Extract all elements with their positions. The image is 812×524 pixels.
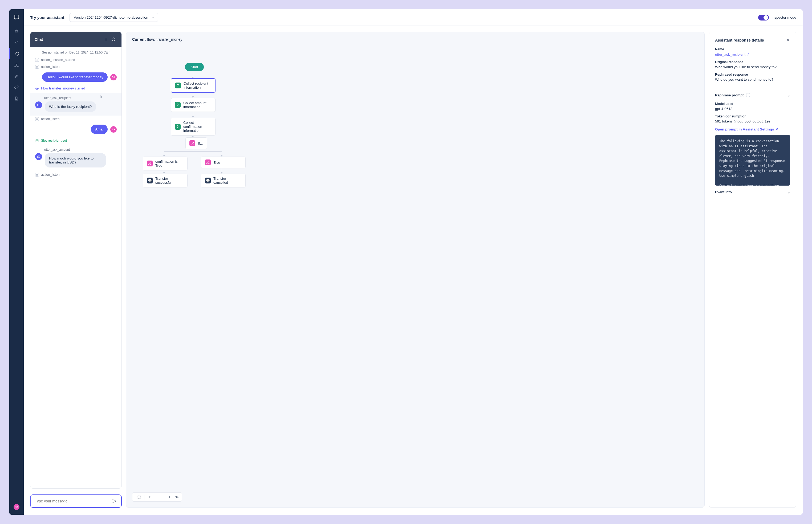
zoom-out-button[interactable]: － [157, 494, 164, 500]
app-root: KK Try your assistant Version 20241204-0… [9, 9, 803, 515]
nav-conversations-icon[interactable] [9, 82, 24, 93]
chat-text-input[interactable] [35, 499, 112, 503]
nav-analytics-icon[interactable] [9, 37, 24, 48]
event-session-started: ⟨/⟩action_session_started [30, 56, 122, 63]
branch-icon: ⎇ [147, 161, 153, 166]
main-area: Try your assistant Version 20241204-0927… [24, 9, 803, 515]
info-icon: i [746, 93, 750, 97]
slot-set-row: Slot recipient set [30, 136, 122, 145]
original-label: Original response [715, 60, 790, 64]
nav-doc-icon[interactable] [9, 93, 24, 104]
svg-point-3 [17, 31, 17, 32]
flow-canvas[interactable]: Start ?Collect recipient information ?Co… [132, 45, 699, 502]
tokens-value: 591 tokens (input: 500, output: 19) [715, 119, 790, 123]
nav-hierarchy-icon[interactable] [9, 60, 24, 70]
content-columns: Chat Session started on Dec 11, 2024, 11… [24, 26, 803, 515]
node-conf-true[interactable]: ⎇confirmation is True [143, 157, 188, 170]
svg-point-9 [106, 38, 106, 38]
event-listen-2: ◉action_listen [30, 116, 122, 122]
node-collect-amount[interactable]: ?Collect amount information [171, 98, 216, 112]
model-value: gpt-4-0613 [715, 107, 790, 111]
chat-refresh-button[interactable] [110, 36, 117, 43]
svg-point-14 [38, 105, 38, 105]
chevron-down-icon: ⌄ [787, 190, 790, 194]
svg-rect-17 [37, 156, 40, 158]
user-avatar[interactable]: KK [14, 504, 19, 510]
nav-chat-icon[interactable] [9, 48, 24, 60]
bot-avatar-icon-2 [35, 153, 42, 160]
external-link-icon: ↗ [747, 52, 750, 56]
flow-title: Current flow: transfer_money [132, 37, 699, 42]
svg-point-19 [39, 157, 39, 157]
chat-title: Chat [35, 37, 43, 42]
session-started-row: Session started on Dec 11, 2024, 11:12:5… [30, 47, 122, 56]
nav-wrench-icon[interactable] [9, 70, 24, 82]
send-icon[interactable] [112, 499, 117, 504]
user-avatar-sa: SA [110, 74, 117, 80]
rephrase-prompt-row[interactable]: Rephrase prompt i ⌄ [715, 91, 790, 99]
node-else[interactable]: ⎇Else [201, 157, 245, 168]
svg-point-8 [16, 86, 18, 87]
svg-point-2 [16, 31, 16, 32]
open-prompt-link[interactable]: Open prompt in Assistant Settings↗ [715, 127, 790, 131]
chat-header: Chat [30, 32, 122, 47]
chat-menu-button[interactable] [102, 36, 110, 43]
bot-block-recipient[interactable]: utter_ask_recipient Who is the lucky rec… [30, 93, 122, 116]
user-bubble-2: Amal [91, 125, 108, 134]
slot-icon [35, 139, 39, 143]
chevron-down-icon: ⌄ [787, 93, 790, 97]
ear-icon: ◉ [35, 117, 39, 121]
chat-body: Session started on Dec 11, 2024, 11:12:5… [30, 47, 122, 488]
tokens-label: Token consumption [715, 114, 790, 118]
node-collect-confirmation[interactable]: ?Collect confirmation information [171, 118, 216, 135]
zoom-in-button[interactable]: ＋ [146, 494, 154, 500]
user-avatar-sa-2: SA [110, 126, 117, 133]
chat-input[interactable] [30, 494, 122, 508]
response-name-link[interactable]: utter_ask_recipient↗ [715, 52, 790, 56]
flow-panel: Current flow: transfer_money Start ?Coll… [126, 32, 705, 508]
svg-point-18 [38, 157, 38, 157]
node-if[interactable]: ⎇If… [186, 137, 207, 149]
user-message-1: Hello! I would like to transfer money SA [30, 70, 122, 84]
node-start[interactable]: Start [185, 63, 204, 71]
left-sidebar: KK [9, 9, 24, 515]
svg-point-15 [39, 105, 39, 105]
chat-input-wrap [30, 489, 122, 508]
version-select[interactable]: Version 20241204-0927-dichotomic-absorpt… [69, 13, 158, 22]
node-transfer-success[interactable]: 💬Transfer successful [143, 174, 188, 187]
node-collect-recipient[interactable]: ?Collect recipient information [171, 78, 216, 93]
svg-point-11 [106, 40, 106, 41]
bot-avatar-icon [35, 101, 42, 108]
chat-panel: Chat Session started on Dec 11, 2024, 11… [30, 32, 122, 489]
rephrased-value: Who do you want to send money to? [715, 78, 790, 81]
bot-bubble-2: How much would you like to transfer, in … [45, 153, 106, 167]
message-icon: 💬 [147, 178, 153, 183]
svg-rect-1 [15, 30, 18, 33]
inspector-toggle[interactable] [758, 15, 769, 20]
nav-bot-icon[interactable] [9, 26, 24, 37]
message-icon: 💬 [205, 178, 211, 183]
fullscreen-button[interactable] [136, 495, 143, 499]
question-icon: ? [175, 124, 181, 130]
event-info-row[interactable]: Event info ⌄ [715, 188, 790, 196]
page-title: Try your assistant [30, 15, 64, 20]
event-listen-1: ◉action_listen [30, 63, 122, 70]
original-value: Who would you like to send money to? [715, 65, 790, 69]
event-listen-3: ◉action_listen [30, 171, 122, 178]
ear-icon: ◉ [35, 65, 39, 69]
details-panel: Assistant response details ✕ Name utter_… [709, 32, 796, 508]
cursor-pointer-icon [99, 95, 103, 99]
code-icon: ⟨/⟩ [35, 58, 39, 62]
prompt-code-block: The following is a conversation with an … [715, 135, 790, 185]
svg-point-7 [17, 66, 18, 67]
rasa-logo-icon [14, 14, 19, 20]
svg-rect-13 [37, 104, 40, 106]
svg-point-5 [15, 66, 16, 67]
close-button[interactable]: ✕ [786, 37, 790, 43]
utter-label-2: utter_ask_amount [44, 148, 117, 151]
inspector-toggle-label: Inspector mode [771, 15, 796, 19]
user-bubble-1: Hello! I would like to transfer money [42, 72, 108, 82]
name-label: Name [715, 47, 790, 51]
node-transfer-cancel[interactable]: 💬Transfer cancelled [201, 174, 245, 187]
flow-started-row[interactable]: Flow transfer_money started [30, 84, 122, 93]
